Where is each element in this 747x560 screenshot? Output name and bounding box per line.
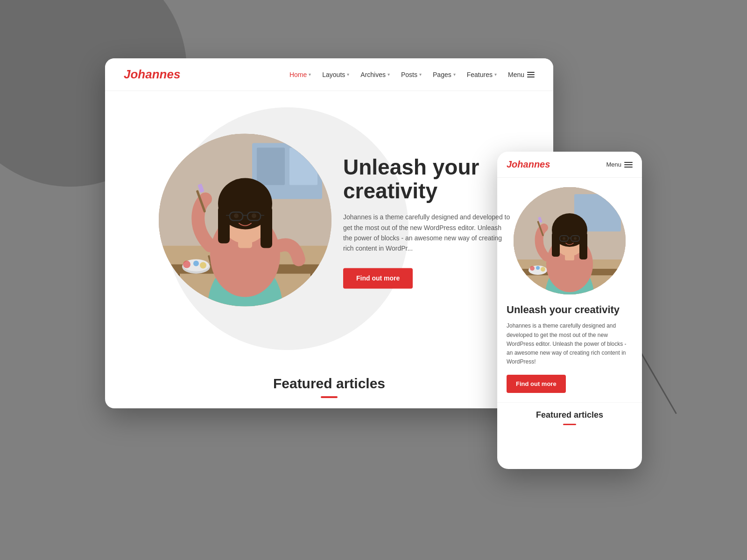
svg-point-13 [200,262,206,269]
svg-rect-48 [579,232,587,259]
mobile-brand-logo: Johannes [507,159,550,170]
nav-link-features[interactable]: Features ▾ [467,71,497,78]
chevron-down-icon: ▾ [309,72,311,77]
mobile-menu-button[interactable]: Menu [606,161,633,168]
svg-rect-3 [257,148,285,185]
svg-rect-21 [218,206,230,244]
person-photo [159,134,331,307]
mobile-hamburger-icon [624,162,633,168]
svg-point-53 [574,237,577,240]
svg-rect-47 [552,232,560,257]
hamburger-line [527,74,535,75]
desktop-hero-title: Unleash your creativity [343,155,511,203]
svg-rect-8 [310,274,317,307]
desktop-find-out-more-button[interactable]: Find out more [343,268,413,288]
svg-point-38 [530,266,535,271]
desktop-mockup: Johannes Home ▾ Layouts ▾ Archives ▾ Pos… [105,58,553,408]
hamburger-line [624,167,633,168]
hamburger-line [527,77,535,77]
svg-point-39 [536,266,540,270]
desktop-featured-underline [321,396,338,398]
mobile-hero-title: Unleash your creativity [507,304,633,316]
svg-point-52 [563,237,565,240]
mobile-mockup: Johannes Menu [497,152,642,469]
mobile-person-photo [514,187,626,294]
nav-link-pages[interactable]: Pages ▾ [433,71,456,78]
hero-person-image [159,134,331,307]
desktop-featured-title: Featured articles [114,376,544,392]
mobile-hero-description: Johannes is a theme carefully designed a… [507,322,633,366]
svg-rect-7 [173,274,180,307]
svg-point-11 [183,261,190,268]
svg-point-28 [234,214,239,218]
nav-link-menu[interactable]: Menu [508,71,535,78]
mobile-featured-section: Featured articles [497,402,642,433]
chevron-down-icon: ▾ [388,72,390,77]
mobile-hero-section: Unleash your creativity Johannes is a th… [497,178,642,402]
desktop-nav-links: Home ▾ Layouts ▾ Archives ▾ Posts ▾ Page… [289,71,535,78]
chevron-down-icon: ▾ [347,72,349,77]
svg-rect-22 [261,206,272,248]
hamburger-icon [527,72,535,77]
nav-link-archives[interactable]: Archives ▾ [360,71,390,78]
nav-link-posts[interactable]: Posts ▾ [401,71,422,78]
scene-container: Johannes Home ▾ Layouts ▾ Archives ▾ Pos… [105,58,642,502]
hamburger-line [624,162,633,163]
desktop-hero-section: Unleash your creativity Johannes is a th… [105,91,553,366]
hamburger-line [624,164,633,165]
mobile-featured-title: Featured articles [505,410,634,420]
svg-point-40 [541,267,545,272]
desktop-brand-logo: Johannes [124,67,180,82]
mobile-featured-underline [563,424,576,425]
chevron-down-icon: ▾ [419,72,422,77]
hamburger-line [527,72,535,73]
desktop-hero-text: Unleash your creativity Johannes is a th… [343,155,511,288]
mobile-hero-person-image [514,187,626,294]
nav-link-layouts[interactable]: Layouts ▾ [322,71,349,78]
desktop-navbar: Johannes Home ▾ Layouts ▾ Archives ▾ Pos… [105,58,553,91]
desktop-featured-section: Featured articles [105,366,553,407]
chevron-down-icon: ▾ [494,72,497,77]
svg-point-12 [193,261,199,266]
desktop-hero-description: Johannes is a theme carefully designed a… [343,212,511,254]
svg-rect-4 [289,148,317,185]
svg-point-29 [252,214,256,218]
mobile-navbar: Johannes Menu [497,152,642,178]
nav-link-home[interactable]: Home ▾ [289,71,311,78]
chevron-down-icon: ▾ [453,72,456,77]
mobile-find-out-more-button[interactable]: Find out more [507,375,566,393]
